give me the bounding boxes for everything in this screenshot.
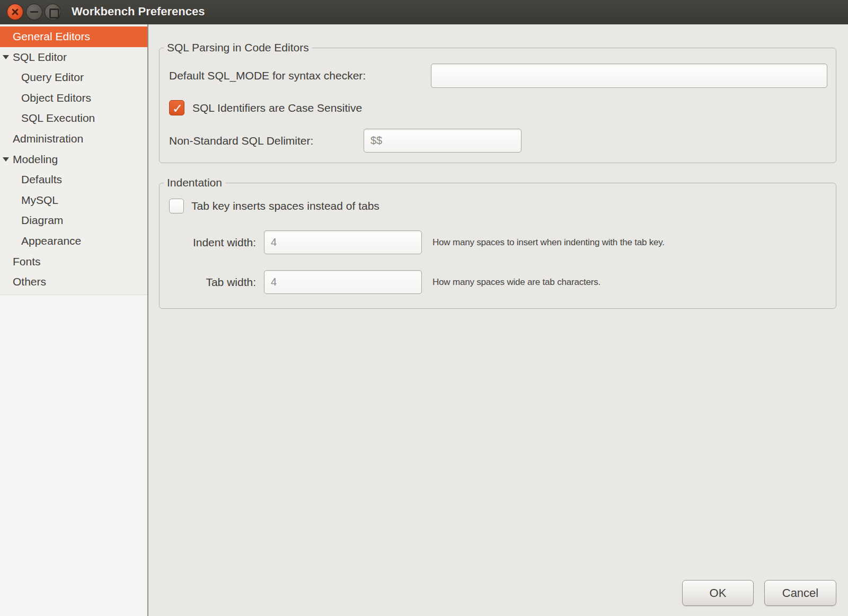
sidebar-item-object-editors[interactable]: Object Editors bbox=[0, 88, 147, 109]
group-sql-parsing: SQL Parsing in Code Editors Default SQL_… bbox=[159, 48, 836, 163]
close-button[interactable] bbox=[7, 4, 23, 20]
window-title: Workbench Preferences bbox=[72, 0, 205, 24]
tab-inserts-spaces-label: Tab key inserts spaces instead of tabs bbox=[191, 199, 379, 213]
tab-width-label: Tab width: bbox=[160, 270, 256, 294]
sidebar-item-appearance[interactable]: Appearance bbox=[0, 231, 147, 252]
sidebar-item-others[interactable]: Others bbox=[0, 272, 147, 292]
cancel-button[interactable]: Cancel bbox=[764, 580, 836, 606]
maximize-button[interactable] bbox=[45, 4, 61, 20]
check-icon: ✓ bbox=[172, 101, 183, 116]
sql-mode-label: Default SQL_MODE for syntax checker: bbox=[169, 65, 366, 86]
case-sensitive-label: SQL Identifiers are Case Sensitive bbox=[192, 100, 362, 115]
sidebar-item-defaults[interactable]: Defaults bbox=[0, 169, 147, 190]
group-indentation: Indentation Tab key inserts spaces inste… bbox=[159, 183, 836, 309]
tab-inserts-spaces-checkbox[interactable] bbox=[169, 199, 184, 213]
tab-width-help: How many spaces wide are tab characters. bbox=[432, 270, 600, 294]
case-sensitive-checkbox[interactable]: ✓ bbox=[169, 100, 184, 115]
chevron-down-icon[interactable] bbox=[3, 55, 9, 59]
delimiter-input[interactable] bbox=[364, 129, 522, 153]
sidebar-item-diagram[interactable]: Diagram bbox=[0, 210, 147, 231]
sidebar-list: General Editors SQL Editor Query Editor … bbox=[0, 24, 147, 295]
sidebar-item-sql-editor[interactable]: SQL Editor bbox=[0, 47, 147, 68]
minimize-icon bbox=[26, 4, 42, 20]
sidebar-item-query-editor[interactable]: Query Editor bbox=[0, 67, 147, 88]
sidebar-item-mysql[interactable]: MySQL bbox=[0, 190, 147, 211]
group-title-sql-parsing: SQL Parsing in Code Editors bbox=[164, 41, 312, 55]
minimize-button[interactable] bbox=[26, 4, 42, 20]
indent-width-label: Indent width: bbox=[160, 230, 256, 254]
sidebar-item-fonts[interactable]: Fonts bbox=[0, 252, 147, 272]
sidebar-item-sql-execution[interactable]: SQL Execution bbox=[0, 108, 147, 129]
delimiter-label: Non-Standard SQL Delimiter: bbox=[169, 129, 313, 153]
indent-width-input[interactable] bbox=[264, 230, 422, 254]
ok-button[interactable]: OK bbox=[682, 580, 754, 606]
indent-width-help: How many spaces to insert when indenting… bbox=[432, 230, 665, 254]
main-panel: SQL Parsing in Code Editors Default SQL_… bbox=[148, 24, 848, 616]
group-title-indentation: Indentation bbox=[164, 176, 225, 190]
sql-mode-input[interactable] bbox=[431, 64, 827, 88]
preferences-window: Workbench Preferences General Editors SQ… bbox=[0, 0, 848, 616]
sidebar-item-administration[interactable]: Administration bbox=[0, 129, 147, 149]
tab-width-input[interactable] bbox=[264, 270, 422, 294]
maximize-icon bbox=[45, 4, 60, 20]
sidebar: General Editors SQL Editor Query Editor … bbox=[0, 24, 148, 616]
titlebar: Workbench Preferences bbox=[0, 0, 848, 24]
sidebar-item-modeling[interactable]: Modeling bbox=[0, 149, 147, 170]
chevron-down-icon[interactable] bbox=[3, 157, 9, 162]
sidebar-item-general-editors[interactable]: General Editors bbox=[0, 26, 147, 47]
close-icon bbox=[7, 4, 23, 20]
